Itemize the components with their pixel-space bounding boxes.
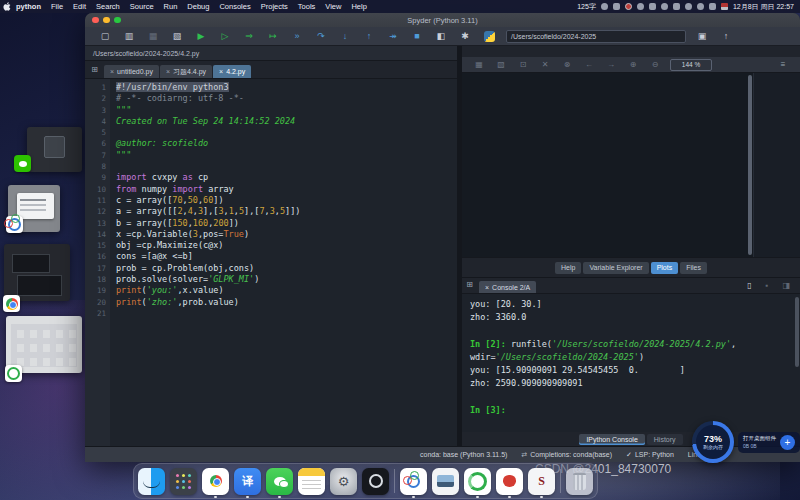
menu-debug[interactable]: Debug <box>182 2 214 11</box>
utility-app-dock-icon[interactable] <box>362 468 389 495</box>
preview-app-dock-icon[interactable] <box>432 468 459 495</box>
green-ring-app-dock-icon[interactable] <box>464 468 491 495</box>
plot-remove-all-icon[interactable]: ⊗ <box>556 58 578 72</box>
record-status-icon[interactable] <box>625 3 632 10</box>
menu-search[interactable]: Search <box>91 2 125 11</box>
plot-remove-icon[interactable]: ✕ <box>534 58 556 72</box>
menu-source[interactable]: Source <box>125 2 159 11</box>
zoom-in-icon[interactable]: ⊕ <box>622 58 644 72</box>
tab-history[interactable]: History <box>647 434 683 445</box>
conda-env-status[interactable]: conda: base (Python 3.11.5) <box>420 451 507 458</box>
tab-plots[interactable]: Plots <box>651 262 679 274</box>
minimized-window-wechat[interactable] <box>27 127 82 172</box>
stop-debug-icon[interactable]: ■ <box>405 28 429 45</box>
menubar-clock[interactable]: 12月8日 周日 22:57 <box>733 2 794 12</box>
wechat-dock-icon[interactable] <box>266 468 293 495</box>
lsp-status[interactable]: ✓ LSP: Python <box>626 451 674 459</box>
step-over-icon[interactable]: ↷ <box>309 28 333 45</box>
open-file-icon[interactable]: ▥ <box>117 28 141 45</box>
zoom-out-icon[interactable]: ⊖ <box>644 58 666 72</box>
code-editor[interactable]: 123456789101112131415161718192021 #!/usr… <box>85 79 457 447</box>
close-tab-icon[interactable]: × <box>166 68 170 75</box>
tab-help[interactable]: Help <box>555 262 581 274</box>
editor-code[interactable]: #!/usr/bin/env python3# -*- codiarng: ut… <box>110 79 457 447</box>
launchpad-dock-icon[interactable] <box>170 468 197 495</box>
preferences-tools-icon[interactable]: ✱ <box>453 28 477 45</box>
close-tab-icon[interactable]: × <box>219 68 223 75</box>
tab-ipython-console[interactable]: IPython Console <box>579 434 644 445</box>
close-tab-icon[interactable]: × <box>110 68 114 75</box>
finder-dock-icon[interactable] <box>138 468 165 495</box>
notes-dock-icon[interactable] <box>298 468 325 495</box>
continue-execution-icon[interactable]: ↠ <box>381 28 405 45</box>
plot-copy-icon[interactable]: ⊡ <box>512 58 534 72</box>
add-widget-button[interactable]: + <box>780 435 795 450</box>
debug-file-icon[interactable]: » <box>285 28 309 45</box>
breadcrumb[interactable]: /Users/scofieldo/2024-2025/4.2.py <box>85 50 199 57</box>
console-status-icon[interactable]: ▪ <box>766 281 769 290</box>
plots-options-menu-icon[interactable]: ≡ <box>772 58 794 72</box>
console-scrollbar[interactable] <box>795 297 799 367</box>
tab-files[interactable]: Files <box>680 262 707 274</box>
run-cell-icon[interactable]: ▷ <box>213 28 237 45</box>
emoji-status-icon[interactable] <box>601 3 608 10</box>
translate-dock-icon[interactable]: 译 <box>234 468 261 495</box>
save-file-icon[interactable]: ▦ <box>141 28 165 45</box>
plot-save-icon[interactable]: ▦ <box>468 58 490 72</box>
battery-icon[interactable] <box>673 3 680 10</box>
window-manager-icon[interactable] <box>649 3 656 10</box>
menu-help[interactable]: Help <box>346 2 371 11</box>
plots-zoom-level[interactable]: 144 % <box>670 59 712 71</box>
browse-tabs-icon[interactable]: ⊞ <box>463 279 476 291</box>
tab-4-2-py[interactable]: × 4.2.py <box>213 65 251 78</box>
working-directory-selector[interactable]: /Users/scofieldo/2024-2025 <box>506 30 686 43</box>
save-all-icon[interactable]: ▧ <box>165 28 189 45</box>
plot-save-all-icon[interactable]: ▧ <box>490 58 512 72</box>
tab-xiti44[interactable]: × 习题4.4.py <box>160 65 212 78</box>
close-tab-icon[interactable]: × <box>485 284 489 291</box>
bluetooth-icon[interactable] <box>661 3 668 10</box>
python-env-icon[interactable] <box>484 31 495 42</box>
desktop-widget-panel[interactable]: 打开桌面组件 0B 0B + <box>738 432 800 453</box>
console-options-icon[interactable]: ◨ <box>782 281 790 290</box>
run-file-icon[interactable]: ▶ <box>189 28 213 45</box>
trash-dock-icon[interactable] <box>566 468 593 495</box>
menu-run[interactable]: Run <box>159 2 183 11</box>
browse-directory-icon[interactable]: ▣ <box>690 28 714 45</box>
parent-directory-icon[interactable]: ↑ <box>714 28 738 45</box>
tab-variable-explorer[interactable]: Variable Explorer <box>583 262 648 274</box>
menu-file[interactable]: File <box>46 2 68 11</box>
run-cell-advance-icon[interactable]: ⇒ <box>237 28 261 45</box>
mic-status-icon[interactable] <box>613 3 620 10</box>
plots-thumbnail-strip[interactable] <box>753 73 800 257</box>
wifi-icon[interactable] <box>685 3 692 10</box>
step-out-icon[interactable]: ↑ <box>357 28 381 45</box>
console-tab[interactable]: × Console 2/A <box>479 281 536 293</box>
previous-plot-icon[interactable]: ← <box>578 58 600 72</box>
step-into-icon[interactable]: ↓ <box>333 28 357 45</box>
minimized-window-ide[interactable] <box>4 244 70 301</box>
apple-menu-icon[interactable] <box>0 2 14 11</box>
red-apple-app-dock-icon[interactable] <box>496 468 523 495</box>
rings-app-dock-icon[interactable] <box>400 468 427 495</box>
system-settings-dock-icon[interactable]: ⚙ <box>330 468 357 495</box>
spyder-dock-icon[interactable]: S <box>528 468 555 495</box>
console-environment-icon[interactable]: ▯ <box>747 281 751 290</box>
search-icon[interactable] <box>697 3 704 10</box>
shapes-status-icon[interactable] <box>637 3 644 10</box>
menu-projects[interactable]: Projects <box>256 2 293 11</box>
completions-status[interactable]: ⇄ Completions: conda(base) <box>521 451 612 459</box>
display-icon[interactable] <box>709 3 716 10</box>
chrome-dock-icon[interactable] <box>202 468 229 495</box>
browse-tabs-icon[interactable]: ⊞ <box>88 64 101 76</box>
input-source-icon[interactable] <box>721 3 728 10</box>
window-titlebar[interactable]: Spyder (Python 3.11) <box>85 13 800 27</box>
console-output[interactable]: you: [20. 30.]zho: 3360.0 In [2]: runfil… <box>462 294 800 432</box>
new-file-icon[interactable]: ▢ <box>93 28 117 45</box>
menu-tools[interactable]: Tools <box>293 2 321 11</box>
run-selection-icon[interactable]: ↦ <box>261 28 285 45</box>
next-plot-icon[interactable]: → <box>600 58 622 72</box>
active-app-name[interactable]: python <box>16 2 41 11</box>
menu-consoles[interactable]: Consoles <box>214 2 255 11</box>
tab-untitled0[interactable]: × untitled0.py <box>104 65 159 78</box>
